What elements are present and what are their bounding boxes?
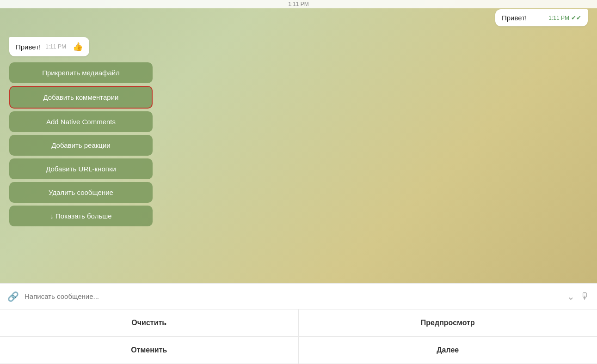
preview-button[interactable]: Предпросмотр: [299, 309, 597, 337]
add-native-comments-button[interactable]: Add Native Comments: [9, 111, 153, 132]
add-comments-button[interactable]: Добавить комментарии: [9, 86, 153, 109]
reaction-emoji: 👍: [73, 42, 83, 52]
cancel-button[interactable]: Отменить: [0, 337, 299, 364]
attach-media-button[interactable]: Прикрепить медиафайл: [9, 62, 153, 83]
input-right-icons: ⌄ 🎙: [567, 291, 590, 302]
double-check-icon: ✔✔: [571, 14, 581, 21]
input-bar: 🔗 ⌄ 🎙: [0, 283, 597, 309]
bottom-toolbar: Очистить Предпросмотр Отменить Далее: [0, 309, 597, 364]
bubble-left-meta: 1:11 PM: [45, 43, 66, 50]
show-more-button[interactable]: ↓ Показать больше: [9, 206, 153, 226]
dropdown-icon[interactable]: ⌄: [567, 291, 575, 302]
bubble-left: Привет! 1:11 PM 👍: [9, 37, 89, 56]
chat-area: 1:11 PM Привет! 1:11 PM ✔✔ Привет! 1:11 …: [0, 0, 597, 283]
clear-button[interactable]: Очистить: [0, 309, 299, 337]
add-reactions-button[interactable]: Добавить реакции: [9, 135, 153, 156]
bubble-left-time: 1:11 PM: [45, 43, 66, 50]
bubble-right-text: Привет!: [502, 14, 527, 22]
attach-icon[interactable]: 🔗: [7, 291, 19, 302]
bubble-right-time: 1:11 PM: [548, 15, 569, 21]
context-menu: Прикрепить медиафайл Добавить комментари…: [9, 62, 153, 226]
delete-message-button[interactable]: Удалить сообщение: [9, 182, 153, 203]
next-button[interactable]: Далее: [299, 337, 597, 364]
bubble-right-meta: 1:11 PM ✔✔: [548, 14, 581, 21]
bubble-right: Привет! 1:11 PM ✔✔: [495, 9, 588, 26]
message-input[interactable]: [25, 292, 561, 300]
mic-icon[interactable]: 🎙: [580, 291, 590, 302]
add-url-buttons-button[interactable]: Добавить URL-кнопки: [9, 158, 153, 179]
top-time-strip: 1:11 PM: [0, 0, 597, 8]
bubble-left-text: Привет!: [16, 43, 41, 51]
top-time: 1:11 PM: [288, 1, 309, 7]
